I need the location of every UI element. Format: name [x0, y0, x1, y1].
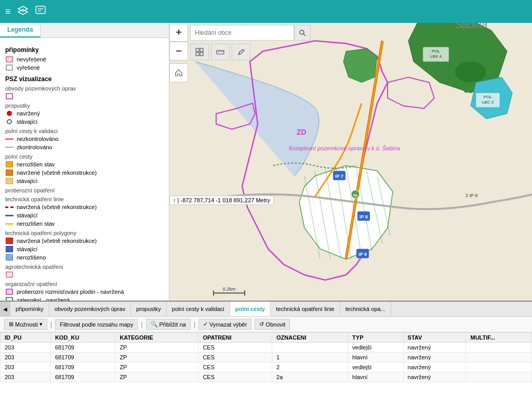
tab-polni-validaci[interactable]: polní cesty k validaci: [167, 302, 230, 316]
top-toolbar: ≡: [0, 0, 532, 23]
tab-tech-opa[interactable]: technická opa...: [340, 302, 391, 316]
basemap-tool-button[interactable]: [190, 44, 209, 60]
svg-text:LBK 4: LBK 4: [430, 54, 442, 59]
svg-marker-1: [18, 9, 28, 15]
map-canvas: IP 7 IP 8 IP 9 9a ZD POL LBK 4 POL LBC 2…: [169, 23, 532, 301]
cell-typ: vedlejší: [348, 343, 404, 353]
bookmark-icon[interactable]: [35, 5, 46, 18]
legend-item-obvody: [5, 93, 164, 100]
agro-icon: [5, 271, 14, 278]
search-input[interactable]: [190, 25, 294, 41]
zoom-in-button[interactable]: +: [169, 23, 188, 42]
cell-typ: hlavní: [348, 353, 404, 362]
poly-nerozliseno-icon: [5, 254, 14, 261]
table-row[interactable]: 203 681709 ZP CES vedlejší navržený: [1, 343, 532, 353]
measure-tool-button[interactable]: [211, 44, 230, 60]
legend-item-poly-stav: stávající: [5, 245, 164, 253]
cell-kategorie: ZP: [115, 343, 198, 353]
table-row[interactable]: 203 681709 ZP CES 1 hlavní navržený: [1, 353, 532, 362]
navrzene-rekon-icon: [5, 169, 14, 176]
cell-opatreni: CES: [198, 353, 272, 362]
map-zoom-controls: + −: [169, 23, 188, 60]
cell-typ: vedlejší: [348, 362, 404, 372]
moznosti-button[interactable]: ⊞ Možnosti ▾: [4, 319, 47, 330]
tab-propustky[interactable]: propustky: [131, 302, 167, 316]
col-kategorie[interactable]: KATEGORIE: [115, 333, 198, 343]
tabs-scroll-left[interactable]: ◀: [0, 302, 10, 316]
priblizit-button[interactable]: 🔍 Přiblížit na: [146, 319, 191, 330]
layers-icon[interactable]: [17, 5, 29, 18]
poly-nav-icon: [5, 237, 14, 244]
nezk-icon: [5, 135, 14, 142]
col-multif[interactable]: MULTIF...: [466, 333, 532, 343]
cell-multif: [466, 353, 532, 362]
col-oznaceni[interactable]: OZNACENI: [272, 333, 348, 343]
cell-stav: navržený: [403, 362, 466, 372]
vymazat-label: Vymazat výběr: [209, 321, 247, 328]
vyresene-label: vyřešené: [17, 64, 40, 71]
cell-id-pu: 203: [1, 353, 51, 362]
tab-polni-cesty[interactable]: polní cesty: [230, 302, 271, 316]
obnovit-button[interactable]: ↺ Obnovit: [255, 319, 290, 330]
tech-stav-label: stávající: [17, 212, 37, 218]
search-button[interactable]: [294, 25, 311, 41]
map-tool-buttons: [190, 44, 250, 60]
col-stav[interactable]: STAV: [403, 333, 466, 343]
priblizit-label: Přiblížit na: [159, 321, 186, 328]
legend-item-zkontr: zkontrolováno: [5, 144, 164, 151]
legend-item-vyresene: vyřešené: [5, 64, 164, 71]
cell-oznaceni: 1: [272, 353, 348, 362]
svg-line-6: [303, 34, 305, 36]
svg-text:Komplexní pozemkové úpravy v k: Komplexní pozemkové úpravy v k.ú. Šabina: [289, 145, 400, 151]
cell-typ: hlavní: [348, 372, 404, 382]
cell-oznaceni: 2: [272, 362, 348, 372]
home-button[interactable]: [169, 63, 188, 82]
tab-pripominky[interactable]: připomínky: [10, 302, 49, 316]
cell-stav: navržený: [403, 372, 466, 382]
col-id-pu[interactable]: ID_PU: [1, 333, 51, 343]
vymazat-button[interactable]: ✓ Vymazat výběr: [198, 319, 251, 330]
refresh-icon: ↺: [259, 321, 264, 328]
col-typ[interactable]: TYP: [348, 333, 404, 343]
subsection-polni-cesty: polní cesty: [5, 153, 164, 160]
grid-icon: ⊞: [9, 321, 14, 328]
table-row[interactable]: 203 681709 ZP CES 2 vedlejší navržený: [1, 362, 532, 372]
col-kod-ku[interactable]: KOD_KU: [50, 333, 115, 343]
filter-button[interactable]: Filtrovat podle rozsahu mapy: [55, 319, 138, 330]
svg-text:IP 7: IP 7: [335, 174, 343, 179]
org-zalesneni-icon: [5, 296, 14, 301]
svg-text:0.2km: 0.2km: [223, 287, 236, 292]
propustky-stav-label: stávající: [17, 119, 37, 125]
cell-kategorie: ZP: [115, 362, 198, 372]
separator-3: |: [194, 321, 195, 328]
cell-stav: navržený: [403, 343, 466, 353]
tab-obvody[interactable]: obvody pozemkových úprav: [49, 302, 131, 316]
table-row[interactable]: 203 681709 ZP CES 2a hlavní navržený: [1, 372, 532, 382]
legend-item-tech-stav: stávající: [5, 212, 164, 219]
cell-multif: [466, 343, 532, 353]
draw-tool-button[interactable]: [232, 44, 250, 60]
tab-tech-linie[interactable]: technická opatření linie: [271, 302, 340, 316]
bottom-table-wrap[interactable]: ID_PU KOD_KU KATEGORIE OPATRENI OZNACENI…: [0, 332, 532, 402]
tech-nav-icon: [5, 203, 14, 211]
cell-multif: [466, 372, 532, 382]
subsection-obvody: obvody pozemkových úprav: [5, 85, 164, 92]
menu-icon[interactable]: ≡: [5, 6, 11, 17]
nerozlisen-label: nerozlišen stav: [17, 161, 55, 167]
tab-legenda[interactable]: Legenda: [0, 23, 41, 37]
bottom-toolbar: ⊞ Možnosti ▾ | Filtrovat podle rozsahu m…: [0, 317, 532, 332]
section-pripominky: připomínky: [5, 46, 164, 54]
cell-multif: [466, 362, 532, 372]
zoom-out-button[interactable]: −: [169, 42, 188, 60]
nezk-label: nezkontrolováno: [17, 136, 59, 142]
nerozlisen-icon: [5, 161, 14, 168]
map-area[interactable]: + −: [169, 23, 532, 301]
separator-2: |: [141, 321, 142, 328]
col-opatreni[interactable]: OPATRENI: [198, 333, 272, 343]
svg-point-5: [300, 30, 304, 34]
subsection-org: organizační opatření: [5, 281, 164, 287]
cell-id-pu: 203: [1, 372, 51, 382]
svg-rect-9: [196, 53, 199, 56]
zoom-to-icon: 🔍: [151, 321, 158, 328]
sidebar-body: připomínky nevyřešené vyřešené PSZ vizua…: [0, 38, 169, 301]
